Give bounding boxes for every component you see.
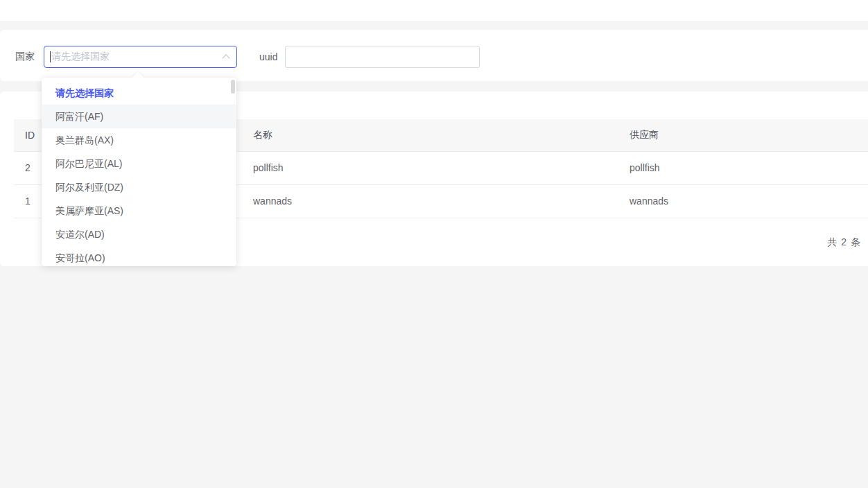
- dropdown-option[interactable]: 阿富汗(AF): [42, 105, 236, 128]
- dropdown-option[interactable]: 安道尔(AD): [42, 223, 236, 246]
- dropdown-option[interactable]: 安哥拉(AO): [42, 246, 236, 266]
- cell-name: wannads: [242, 184, 618, 218]
- uuid-input[interactable]: [285, 46, 480, 68]
- filter-panel: 国家 请先选择国家 uuid: [0, 30, 868, 81]
- cell-supplier: pollfish: [618, 151, 868, 184]
- uuid-label: uuid: [259, 51, 277, 62]
- country-dropdown: 请先选择国家 阿富汗(AF) 奥兰群岛(AX) 阿尔巴尼亚(AL) 阿尔及利亚(…: [42, 78, 236, 266]
- country-label: 国家: [15, 51, 35, 63]
- cell-supplier: wannads: [618, 184, 868, 218]
- pagination-total: 共 2 条: [827, 232, 861, 252]
- dropdown-scrollbar[interactable]: [231, 80, 235, 94]
- dropdown-option[interactable]: 奥兰群岛(AX): [42, 128, 236, 152]
- column-header-supplier: 供应商: [618, 119, 868, 151]
- cell-name: pollfish: [242, 151, 618, 184]
- dropdown-option[interactable]: 阿尔及利亚(DZ): [42, 175, 236, 199]
- dropdown-option[interactable]: 阿尔巴尼亚(AL): [42, 152, 236, 175]
- top-header-bar: [0, 0, 868, 21]
- dropdown-option[interactable]: 请先选择国家: [42, 81, 236, 105]
- country-select[interactable]: 请先选择国家: [44, 46, 237, 68]
- text-caret: [50, 51, 51, 62]
- column-header-name: 名称: [242, 119, 618, 151]
- pagination: 共 2 条: [827, 232, 868, 252]
- dropdown-option[interactable]: 美属萨摩亚(AS): [42, 199, 236, 223]
- filter-row: 国家 请先选择国家 uuid: [15, 46, 868, 68]
- country-select-placeholder: 请先选择国家: [51, 51, 110, 63]
- chevron-up-icon: [223, 55, 229, 62]
